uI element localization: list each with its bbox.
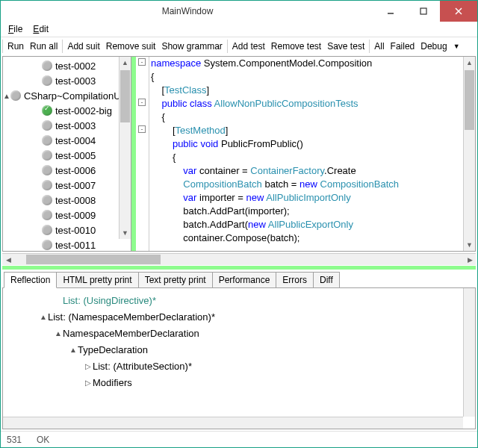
tab-diff[interactable]: Diff [313, 272, 340, 287]
tree-item[interactable]: test-0003 [3, 118, 131, 133]
separator [2, 40, 3, 53]
tab-reflection[interactable]: Reflection [4, 272, 57, 288]
separator [369, 40, 370, 53]
tab-text-pretty[interactable]: Text pretty print [138, 272, 213, 287]
ast-node[interactable]: ▷List: (AttributeSection)* [9, 358, 475, 375]
status-dot-icon [42, 180, 52, 190]
tree-item-label: test-0010 [55, 225, 96, 236]
ast-node[interactable]: ▷Modifiers [9, 375, 475, 391]
show-grammar-button[interactable]: Show grammar [158, 41, 225, 52]
tree-item-label: CSharp~CompilationUnit [24, 90, 131, 102]
tree-item[interactable]: test-0002-big [3, 103, 131, 118]
close-button[interactable] [440, 1, 477, 22]
status-dot-icon [42, 105, 52, 116]
scroll-thumb[interactable] [26, 255, 161, 264]
svg-rect-1 [420, 8, 426, 14]
tree-item[interactable]: test-0010 [3, 223, 131, 237]
fold-gutter: --- [136, 57, 149, 251]
expand-icon[interactable]: ▷ [84, 375, 93, 391]
fold-toggle-icon[interactable]: - [138, 58, 146, 66]
scroll-right-icon[interactable]: ▶ [464, 254, 476, 265]
scroll-thumb[interactable] [465, 70, 474, 130]
tab-errors[interactable]: Errors [276, 272, 314, 287]
lower-vscrollbar[interactable] [463, 288, 475, 417]
tree-item-label: test-0003 [55, 120, 96, 131]
scroll-up-icon[interactable]: ▲ [464, 57, 475, 69]
separator [62, 40, 63, 53]
ast-label: List: (AttributeSection)* [93, 358, 192, 375]
status-dot-icon [42, 195, 52, 205]
filter-all-button[interactable]: All [371, 41, 387, 52]
status-dot-icon [42, 240, 52, 250]
tree-item[interactable]: test-0011 [3, 237, 131, 251]
scroll-left-icon[interactable]: ◀ [2, 254, 14, 265]
titlebar[interactable]: MainWindow [1, 1, 477, 22]
status-dot-icon [42, 165, 52, 175]
status-dot-icon [42, 225, 52, 235]
run-all-button[interactable]: Run all [27, 41, 60, 52]
tree-item[interactable]: test-0007 [3, 178, 131, 193]
scroll-up-icon[interactable]: ▲ [120, 57, 131, 69]
lower-hscrollbar[interactable] [3, 417, 463, 429]
add-test-button[interactable]: Add test [229, 41, 268, 52]
run-button[interactable]: Run [4, 41, 27, 52]
code-editor[interactable]: --- namespace System.ComponentModel.Comp… [131, 57, 475, 251]
tree-item-label: test-0009 [55, 210, 96, 221]
splitter[interactable] [2, 266, 476, 270]
tree-scrollbar[interactable]: ▲ ▼ [119, 57, 131, 239]
tree-item-label: test-0002 [55, 60, 96, 72]
fold-toggle-icon[interactable]: - [138, 99, 146, 106]
tree-item[interactable]: test-0008 [3, 193, 131, 208]
tree-item-label: test-0006 [55, 165, 96, 176]
tab-html-pretty[interactable]: HTML pretty print [56, 272, 138, 287]
editor-hscrollbar[interactable]: ◀ ▶ [2, 253, 476, 265]
tree-item[interactable]: test-0005 [3, 148, 131, 163]
scroll-thumb[interactable] [120, 70, 130, 122]
minimize-button[interactable] [374, 1, 407, 22]
tree-item[interactable]: test-0009 [3, 208, 131, 223]
expand-icon[interactable]: ▲ [39, 309, 48, 326]
test-tree-pane: test-0002test-0003▲CSharp~CompilationUni… [3, 57, 131, 251]
tab-performance[interactable]: Performance [212, 272, 277, 287]
reflection-pane: List: (UsingDirective)*▲List: (Namespace… [2, 287, 476, 429]
ast-node[interactable]: ▲List: (NamespaceMemberDeclaration)* [9, 309, 475, 326]
menu-edit[interactable]: Edit [28, 23, 53, 35]
save-test-button[interactable]: Save test [324, 41, 367, 52]
ast-label: List: (UsingDirective)* [63, 293, 156, 309]
expand-icon[interactable]: ▲ [54, 326, 63, 342]
maximize-button[interactable] [407, 1, 440, 22]
menu-file[interactable]: File [4, 23, 27, 35]
ast-label: NamespaceMemberDeclaration [63, 326, 199, 342]
expand-icon[interactable]: ▷ [84, 358, 93, 375]
window-buttons [374, 1, 477, 22]
scroll-down-icon[interactable]: ▼ [464, 239, 475, 251]
tree-item-label: test-0004 [55, 135, 96, 146]
fold-toggle-icon[interactable]: - [138, 125, 146, 133]
window-title: MainWindow [1, 6, 374, 16]
remove-suit-button[interactable]: Remove suit [103, 41, 159, 52]
expand-icon[interactable]: ▲ [69, 342, 78, 358]
ast-node[interactable]: ▲TypeDeclaration [9, 342, 475, 358]
remove-test-button[interactable]: Remove test [268, 41, 324, 52]
expand-icon[interactable]: ▲ [3, 92, 10, 100]
ast-node[interactable]: ▲NamespaceMemberDeclaration [9, 326, 475, 342]
filter-failed-button[interactable]: Failed [388, 41, 418, 52]
debug-button[interactable]: Debug [418, 41, 450, 52]
tree-item[interactable]: test-0004 [3, 133, 131, 148]
code-area[interactable]: namespace System.ComponentModel.Composit… [149, 57, 463, 251]
tree-item[interactable]: ▲CSharp~CompilationUnit [3, 88, 131, 103]
status-dot-icon [42, 135, 52, 146]
dropdown-icon[interactable]: ▼ [450, 43, 463, 50]
tree-item-label: test-0003 [55, 75, 96, 87]
ast-node[interactable]: List: (UsingDirective)* [9, 293, 475, 309]
scroll-track[interactable] [14, 254, 464, 265]
scroll-down-icon[interactable]: ▼ [120, 227, 131, 239]
tree-item[interactable]: test-0002 [3, 58, 131, 73]
ast-label: Modifiers [93, 375, 132, 391]
toolbar: Run Run all Add suit Remove suit Show gr… [1, 37, 477, 55]
tree-item[interactable]: test-0003 [3, 73, 131, 88]
add-suit-button[interactable]: Add suit [64, 41, 102, 52]
editor-vscrollbar[interactable]: ▲ ▼ [463, 57, 475, 251]
ast-label: TypeDeclaration [78, 342, 148, 358]
tree-item[interactable]: test-0006 [3, 163, 131, 178]
